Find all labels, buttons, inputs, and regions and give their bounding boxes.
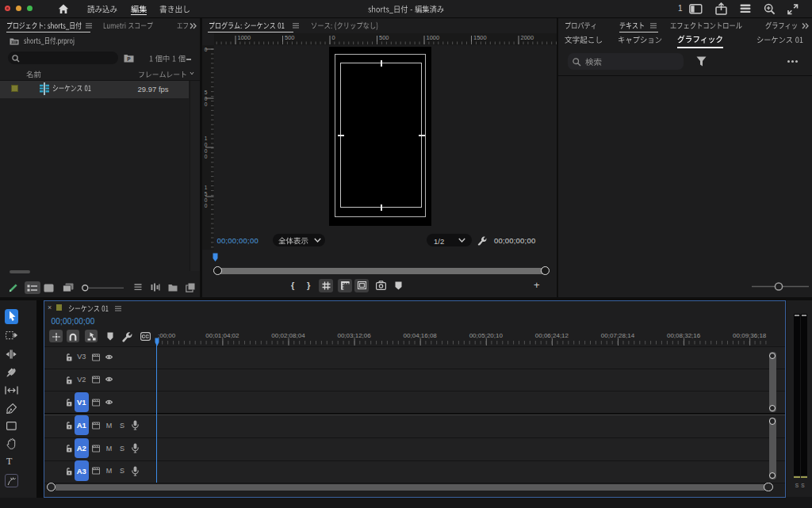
svg-text:P: P (127, 56, 131, 62)
